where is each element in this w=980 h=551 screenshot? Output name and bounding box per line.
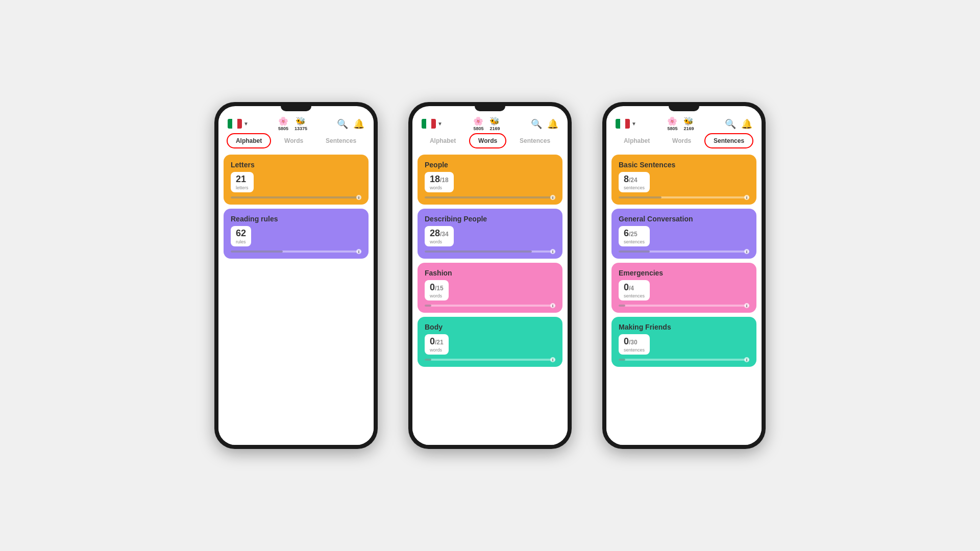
tab-words[interactable]: Words [667, 135, 696, 146]
tab-alphabet[interactable]: Alphabet [231, 135, 267, 146]
tab-sentences[interactable]: Sentences [514, 135, 555, 146]
card-title: Describing People [425, 215, 555, 223]
card-count-total: /18 [440, 177, 449, 184]
card-count-main: 0 [624, 336, 629, 346]
card-count-box: 28/34words [425, 226, 454, 246]
search-icon[interactable]: 🔍 [725, 118, 736, 130]
icons-area: 🔍 🔔 [725, 118, 752, 130]
stat-icon-1: 🐝 [296, 116, 306, 126]
tab-alphabet[interactable]: Alphabet [619, 135, 655, 146]
flag-dropdown-arrow: ▼ [437, 121, 443, 127]
card-count-label: sentences [624, 239, 645, 244]
notification-icon[interactable]: 🔔 [353, 118, 364, 130]
card-0[interactable]: People18/18words i [418, 155, 562, 205]
card-0[interactable]: Basic Sentences8/24sentences i [611, 155, 756, 205]
card-count-box: 0/4sentences [619, 280, 650, 300]
card-count-label: words [430, 347, 444, 353]
stat-icon-0: 🌸 [473, 116, 483, 126]
active-tab-circle [704, 133, 753, 148]
stat-item-0: 🌸5805 [473, 116, 483, 131]
card-count-main: 8 [624, 174, 629, 184]
content-area: Letters21letters A iReading rules62rules… [218, 151, 374, 445]
card-count-label: sentences [624, 347, 645, 353]
card-count-main: 6 [624, 228, 629, 238]
card-count-main: 0 [430, 282, 435, 292]
card-3[interactable]: Body0/21words i [418, 317, 562, 367]
flag-italy [228, 119, 242, 129]
card-title: Fashion [425, 269, 555, 277]
card-2[interactable]: Emergencies0/4sentences i [611, 263, 756, 313]
card-title: General Conversation [619, 215, 749, 223]
card-count-box: 8/24sentences [619, 172, 650, 192]
tab-words[interactable]: Words [279, 135, 308, 146]
card-count-label: letters [236, 185, 249, 190]
phone-phone-alphabet: ▼🌸5805🐝13375 🔍 🔔 AlphabetWordsSentencesL… [214, 102, 378, 449]
card-title: Making Friends [619, 323, 749, 331]
card-2[interactable]: Fashion0/15words i [418, 263, 562, 313]
card-count-box: 0/21words [425, 334, 449, 355]
card-count-box: 18/18words [425, 172, 454, 192]
card-1[interactable]: General Conversation6/25sentences 💬 i [611, 209, 756, 259]
card-count-label: sentences [624, 293, 645, 298]
stat-item-1: 🐝2169 [683, 116, 694, 131]
camera-notch [475, 106, 505, 111]
notification-icon[interactable]: 🔔 [741, 118, 752, 130]
stat-item-1: 🐝2169 [489, 116, 500, 131]
stat-icon-1: 🐝 [683, 116, 694, 126]
stat-icon-0: 🌸 [667, 116, 677, 126]
phone-screen: ▼🌸5805🐝2169 🔍 🔔 AlphabetWordsSentencesPe… [412, 106, 568, 445]
card-title: Emergencies [619, 269, 749, 277]
card-progress: i [425, 196, 555, 198]
card-progress-fill [619, 359, 625, 361]
flag-area[interactable]: ▼ [228, 119, 249, 129]
card-count-main: 0 [430, 336, 435, 346]
stats-area: 🌸5805🐝13375 [278, 116, 307, 131]
tab-sentences[interactable]: Sentences [321, 135, 361, 146]
flag-area[interactable]: ▼ [616, 119, 636, 129]
stat-value-1: 2169 [489, 126, 500, 131]
card-3[interactable]: Making Friends0/30sentences i [611, 317, 756, 367]
card-count-box: 62rules [231, 226, 251, 246]
card-progress: i [619, 196, 749, 198]
card-title: Letters [231, 161, 361, 169]
search-icon[interactable]: 🔍 [337, 118, 348, 130]
stats-area: 🌸5805🐝2169 [667, 116, 694, 131]
card-count-box: 0/15words [425, 280, 449, 300]
card-count-label: sentences [624, 185, 645, 190]
stat-item-0: 🌸5805 [278, 116, 288, 131]
phone-wrapper-1: ▼🌸5805🐝2169 🔍 🔔 AlphabetWordsSentencesPe… [408, 102, 572, 449]
card-progress: i [231, 196, 361, 198]
nav-tabs: AlphabetWordsSentences [606, 133, 762, 151]
card-count-main: 62 [236, 228, 246, 238]
notification-icon[interactable]: 🔔 [547, 118, 558, 130]
tab-sentences[interactable]: Sentences [708, 135, 749, 146]
progress-info-dot: i [356, 249, 361, 254]
card-progress-fill [425, 305, 431, 307]
card-0[interactable]: Letters21letters A i [224, 155, 369, 205]
phone-wrapper-0: ▼🌸5805🐝13375 🔍 🔔 AlphabetWordsSentencesL… [214, 102, 378, 449]
search-icon[interactable]: 🔍 [531, 118, 542, 130]
active-tab-circle [227, 133, 271, 148]
stat-icon-0: 🌸 [278, 116, 288, 126]
card-progress-fill [231, 251, 283, 253]
card-count-label: words [430, 185, 449, 190]
camera-notch [669, 106, 699, 111]
card-progress-fill [425, 196, 555, 198]
card-count-box: 0/30sentences [619, 334, 650, 355]
phone-phone-sentences: ▼🌸5805🐝2169 🔍 🔔 AlphabetWordsSentencesBa… [602, 102, 766, 449]
card-count-main: 0 [624, 282, 629, 292]
card-progress-fill [231, 196, 361, 198]
card-1[interactable]: Describing People28/34words i [418, 209, 562, 259]
tab-words[interactable]: Words [473, 135, 502, 146]
phone-wrapper-2: ▼🌸5805🐝2169 🔍 🔔 AlphabetWordsSentencesBa… [602, 102, 766, 449]
card-title: Body [425, 323, 555, 331]
progress-info-dot: i [356, 195, 361, 200]
tab-alphabet[interactable]: Alphabet [425, 135, 461, 146]
flag-area[interactable]: ▼ [422, 119, 443, 129]
card-1[interactable]: Reading rules62rules i [224, 209, 369, 259]
progress-info-dot: i [550, 303, 555, 308]
stat-value-1: 13375 [295, 126, 307, 131]
status-bar: ▼🌸5805🐝13375 🔍 🔔 [218, 111, 374, 133]
progress-info-dot: i [550, 249, 555, 254]
card-progress: i [619, 305, 749, 307]
